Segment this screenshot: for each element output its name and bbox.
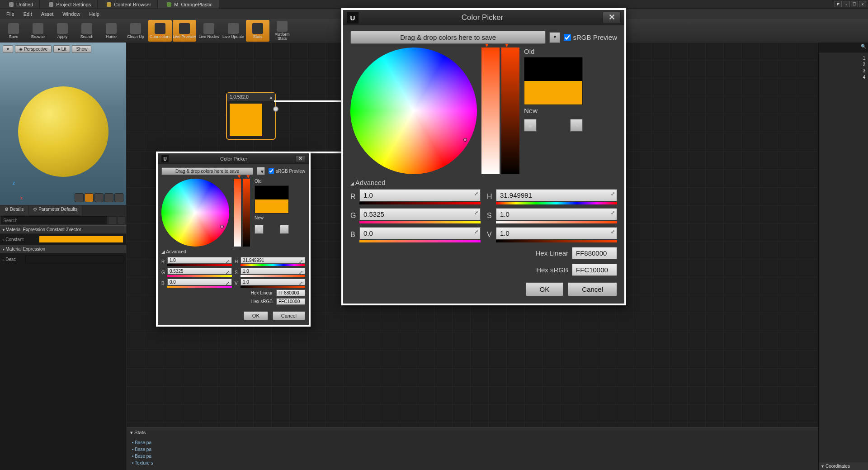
h-input[interactable]: 31.949991	[496, 189, 617, 201]
r-input[interactable]: 1.0	[359, 189, 481, 201]
details-search-input[interactable]	[1, 216, 107, 224]
v-input[interactable]: 1.0	[241, 279, 305, 285]
tab-details[interactable]: ⚙ Details	[0, 205, 28, 215]
toolbar-live-update[interactable]: Live Update	[222, 20, 245, 42]
section-constant-3vector[interactable]: Material Expression Constant 3Vector	[0, 225, 126, 234]
viewport-show[interactable]: Show	[72, 45, 91, 53]
section-material-expression[interactable]: Material Expression	[0, 245, 126, 253]
menu-window[interactable]: Window	[58, 10, 85, 18]
cancel-button[interactable]: Cancel	[568, 282, 617, 296]
s-input[interactable]: 1.0	[241, 268, 305, 275]
ok-button[interactable]: OK	[526, 282, 564, 296]
desc-input[interactable]	[25, 255, 123, 263]
eyedropper-icon[interactable]: ✎	[570, 119, 583, 132]
viewport-shape-sphere[interactable]	[85, 193, 94, 202]
tab-parameter-defaults[interactable]: ⚙ Parameter Defaults	[28, 205, 82, 215]
close-window-button[interactable]: x	[859, 1, 866, 7]
swatch-dropdown[interactable]	[549, 32, 560, 43]
tab-material[interactable]: M_OrangePlastic	[158, 0, 219, 9]
viewport-lit[interactable]: ● Lit	[53, 45, 70, 53]
old-color-swatch[interactable]	[524, 57, 582, 81]
toolbar-save[interactable]: Save	[2, 20, 25, 42]
tab-project-settings[interactable]: Project Settings	[40, 0, 98, 9]
g-input[interactable]: 0.5325	[167, 268, 232, 275]
ok-button[interactable]: OK	[244, 311, 268, 320]
toolbar-connectors[interactable]: Connectors	[148, 20, 172, 42]
apply-icon	[57, 23, 68, 34]
viewport-shape-cylinder[interactable]	[75, 193, 84, 202]
node-collapse-icon[interactable]: ▴	[270, 95, 272, 100]
swatch-dropdown[interactable]	[257, 167, 265, 175]
toolbar-search[interactable]: Search	[75, 20, 99, 42]
new-color-swatch[interactable]	[255, 199, 288, 213]
cancel-button[interactable]: Cancel	[273, 311, 305, 320]
toolbar-platform-stats[interactable]: Platform Stats	[270, 20, 294, 42]
viewport-shape-plane[interactable]	[94, 193, 104, 202]
eyedropper-icon[interactable]: ✎	[280, 225, 289, 234]
color-swatch-dropzone[interactable]: Drag & drop colors here to save	[350, 31, 546, 44]
palette-search[interactable]	[819, 43, 868, 52]
toolbar-cleanup[interactable]: Clean Up	[124, 20, 147, 42]
color-picker-dialog-small: U Color Picker ✕ Drag & drop colors here…	[156, 152, 311, 327]
b-input[interactable]: 0.0	[167, 279, 232, 285]
connectors-icon	[155, 23, 165, 34]
window-triangle-icon[interactable]: ◤	[835, 1, 842, 7]
close-button[interactable]: ✕	[603, 12, 621, 24]
toolbar-apply[interactable]: Apply	[51, 20, 74, 42]
material-preview-viewport[interactable]: ▾ ◈ Perspective ● Lit Show	[0, 43, 126, 205]
hex-linear-input[interactable]: FF880000	[276, 290, 305, 296]
new-color-swatch[interactable]	[524, 81, 582, 104]
menu-asset[interactable]: Asset	[37, 10, 58, 18]
v-input[interactable]: 1.0	[496, 227, 617, 239]
node-color-swatch[interactable]	[230, 104, 262, 136]
grid-view-icon[interactable]	[108, 216, 116, 224]
hex-srgb-input[interactable]: FFC10000	[276, 298, 305, 305]
color-wheel-icon[interactable]: ◉	[255, 225, 264, 234]
color-wheel-icon[interactable]: ◉	[524, 119, 537, 132]
toolbar-live-preview[interactable]: Live Preview	[173, 20, 196, 42]
hex-linear-input[interactable]: FF880000	[572, 247, 617, 259]
minimize-button[interactable]: -	[843, 1, 850, 7]
old-color-swatch[interactable]	[255, 186, 288, 199]
advanced-section-toggle[interactable]: Advanced	[161, 249, 305, 254]
stats-panel-header[interactable]: Stats	[127, 428, 818, 437]
stats-item: Base pa	[132, 453, 813, 460]
hex-srgb-input[interactable]: FFC10000	[572, 264, 617, 276]
viewport-dropdown[interactable]: ▾	[3, 45, 13, 53]
srgb-preview-checkbox[interactable]: sRGB Preview	[269, 168, 305, 174]
saturation-strip[interactable]	[234, 179, 241, 247]
tab-content-browser[interactable]: Content Browser	[98, 0, 158, 9]
toolbar-home[interactable]: Home	[99, 20, 123, 42]
maximize-button[interactable]: ☐	[851, 1, 858, 7]
viewport-shape-mesh[interactable]	[114, 193, 123, 202]
close-button[interactable]: ✕	[295, 155, 305, 162]
node-output-pin[interactable]	[273, 106, 278, 112]
r-input[interactable]: 1.0	[167, 257, 232, 264]
value-strip[interactable]	[501, 47, 519, 174]
b-input[interactable]: 0.0	[359, 227, 481, 239]
s-input[interactable]: 1.0	[496, 208, 617, 220]
saturation-strip[interactable]	[481, 47, 500, 174]
stats-item: Base pa	[132, 439, 813, 446]
color-wheel[interactable]	[161, 179, 229, 247]
eye-icon[interactable]	[117, 216, 125, 224]
menu-edit[interactable]: Edit	[19, 10, 37, 18]
menu-file[interactable]: File	[2, 10, 19, 18]
advanced-section-toggle[interactable]: Advanced	[350, 179, 617, 186]
coordinates-section[interactable]: Coordinates	[819, 462, 868, 470]
old-color-label: Old	[255, 179, 289, 184]
menu-help[interactable]: Help	[85, 10, 104, 18]
color-wheel[interactable]	[350, 47, 477, 174]
constant-3vector-node[interactable]: 1,0.532,0▴	[226, 92, 276, 140]
value-strip[interactable]	[243, 179, 250, 247]
g-input[interactable]: 0.5325	[359, 208, 481, 220]
srgb-preview-checkbox[interactable]: sRGB Preview	[564, 33, 617, 41]
tab-untitled[interactable]: Untitled	[0, 0, 40, 9]
constant-color-swatch[interactable]	[39, 236, 123, 243]
toolbar-stats[interactable]: Stats	[246, 20, 269, 42]
toolbar-browse[interactable]: Browse	[26, 20, 50, 42]
viewport-perspective[interactable]: ◈ Perspective	[15, 45, 52, 53]
h-input[interactable]: 31.949991	[241, 257, 305, 264]
toolbar-live-nodes[interactable]: Live Nodes	[197, 20, 221, 42]
viewport-shape-cube[interactable]	[104, 193, 113, 202]
